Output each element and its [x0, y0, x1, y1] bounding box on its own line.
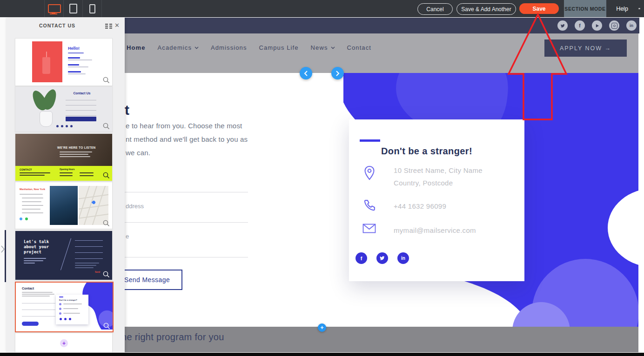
- plus-icon: +: [60, 339, 68, 347]
- panel-collapse-handle[interactable]: [0, 245, 5, 253]
- thumb-photo-plant: [40, 111, 53, 127]
- site-header: f in: [125, 18, 639, 33]
- twitter-icon[interactable]: [376, 252, 388, 264]
- facebook-icon[interactable]: f: [356, 252, 367, 264]
- nav-item-admissions[interactable]: Admissions: [211, 44, 247, 51]
- template-thumb-hello[interactable]: Hello!: [15, 38, 113, 86]
- device-mobile-button[interactable]: [83, 0, 102, 17]
- form-field-underline: [125, 192, 248, 192]
- device-desktop-button[interactable]: [45, 0, 64, 17]
- thumb-heading: Manhattan, New York: [20, 188, 48, 191]
- magnifier-icon[interactable]: [103, 123, 110, 130]
- phone-icon: [363, 198, 376, 211]
- left-edge-gutter: [0, 17, 6, 353]
- chevron-down-icon: [195, 46, 199, 49]
- location-pin-icon: [363, 165, 376, 182]
- thumb-contact-band: CONTACT Opening Hours: [15, 166, 112, 181]
- nav-item-contact[interactable]: Contact: [347, 44, 372, 51]
- nav-item-home[interactable]: Home: [127, 44, 146, 51]
- map-pin-icon: [92, 200, 96, 205]
- thumb-heading: Hello!: [68, 46, 80, 51]
- instagram-icon[interactable]: [609, 20, 619, 31]
- thumb-send-link: Send: [95, 271, 100, 273]
- add-section-button[interactable]: +: [318, 323, 326, 332]
- email-icon: [362, 224, 376, 234]
- contact-card: Don't be a stranger! 10 Street Name, Cit…: [349, 119, 524, 281]
- editor-toolbar: Cancel Save & Add Another Save SECTION M…: [0, 0, 644, 17]
- overflow-dot: [638, 8, 640, 9]
- thumb-heading: WE'RE HERE TO LISTEN: [57, 146, 96, 149]
- chevron-right-icon: [335, 71, 340, 76]
- mobile-icon: [89, 4, 95, 13]
- card-accent-dash: [360, 139, 380, 142]
- section-body-line: e to hear from you. Choose the most: [126, 122, 242, 130]
- template-thumb-manhattan[interactable]: Manhattan, New York: [15, 182, 113, 229]
- save-button[interactable]: Save: [519, 3, 559, 14]
- section-heading-fragment: t: [125, 102, 129, 118]
- section-mode-badge[interactable]: SECTION MODE: [564, 0, 606, 17]
- magnifier-icon[interactable]: [103, 172, 110, 179]
- magnifier-icon[interactable]: [103, 220, 110, 227]
- template-thumb-plant-form[interactable]: Contact Us: [15, 86, 113, 132]
- chevron-left-icon: [304, 71, 308, 76]
- carousel-next-button[interactable]: [331, 67, 344, 79]
- site-nav: Home Academics Admissions Campus Life Ne…: [127, 44, 371, 51]
- card-address-line2: Country, Postcode: [394, 179, 453, 187]
- next-section-heading-fragment: he right program for you: [125, 332, 224, 343]
- form-field-underline: [125, 222, 248, 223]
- template-thumb-add-blank[interactable]: +: [15, 333, 113, 352]
- panel-title: CONTACT US: [6, 23, 108, 28]
- section-body-line: we can.: [126, 149, 150, 157]
- template-thumb-lets-talk[interactable]: Let's talk about your project Send: [15, 231, 113, 280]
- send-message-button[interactable]: Send Message: [125, 270, 182, 290]
- linkedin-icon[interactable]: in: [626, 20, 637, 31]
- template-panel: CONTACT US ✕ Hello! Contact Us: [6, 18, 125, 352]
- close-icon[interactable]: ✕: [114, 22, 120, 29]
- save-add-another-button[interactable]: Save & Add Another: [456, 3, 516, 15]
- nav-item-academics[interactable]: Academics: [158, 44, 199, 51]
- help-button[interactable]: Help: [612, 0, 632, 17]
- nav-item-campus-life[interactable]: Campus Life: [259, 44, 298, 51]
- message-field-label-fragment[interactable]: e: [126, 233, 129, 240]
- thumb-map: [79, 186, 108, 225]
- nav-item-news[interactable]: News: [311, 44, 335, 51]
- carousel-prev-button[interactable]: [300, 67, 312, 79]
- thumb-card: Don't be a stranger?: [56, 295, 88, 324]
- thumb-social-dot: [25, 218, 28, 220]
- thumb-heading: Contact Us: [66, 92, 98, 95]
- template-thumb-blob-selected[interactable]: Contact Don't be a stranger?: [15, 282, 114, 332]
- desktop-icon: [48, 4, 61, 13]
- thumb-photo-red-cup: [32, 41, 62, 82]
- template-thumb-listen[interactable]: WE'RE HERE TO LISTEN CONTACT Opening Hou…: [15, 133, 113, 181]
- tablet-icon: [69, 4, 77, 13]
- cancel-button[interactable]: Cancel: [417, 3, 453, 15]
- card-phone: +44 1632 96099: [394, 202, 446, 210]
- device-tablet-button[interactable]: [64, 0, 83, 17]
- apply-now-button[interactable]: APPLY NOW →: [544, 40, 627, 57]
- linkedin-icon[interactable]: in: [397, 252, 409, 264]
- facebook-icon[interactable]: f: [575, 20, 585, 31]
- layout-grid-icon[interactable]: [105, 24, 113, 29]
- thumb-send-button: [22, 322, 39, 326]
- thumb-social-dot: [20, 218, 22, 220]
- preview-scrollbar-gutter[interactable]: [638, 33, 644, 353]
- form-field-underline: [125, 257, 248, 257]
- youtube-icon[interactable]: [592, 20, 602, 31]
- magnifier-icon[interactable]: [103, 271, 110, 278]
- thumb-diagonal-line: [60, 238, 71, 270]
- card-address-line1: 10 Street Name, City Name: [394, 166, 483, 174]
- twitter-icon[interactable]: [557, 20, 568, 31]
- site-preview: f in Home Academics Admissions Campus Li…: [125, 18, 639, 352]
- section-body-line: nt method and we'll get back to you as: [126, 135, 248, 143]
- thumb-heading: Let's talk about your project: [24, 239, 49, 255]
- magnifier-icon[interactable]: [103, 323, 110, 330]
- email-field-label-fragment[interactable]: ddress: [126, 203, 144, 210]
- chevron-down-icon: [331, 46, 335, 49]
- card-heading: Don't be a stranger!: [381, 146, 472, 157]
- thumb-heading: Contact: [22, 287, 34, 290]
- thumb-photo-city: [50, 186, 78, 225]
- card-email: mymail@mailservice.com: [394, 226, 476, 234]
- bottom-edge-bar: [0, 353, 644, 356]
- magnifier-icon[interactable]: [103, 77, 110, 84]
